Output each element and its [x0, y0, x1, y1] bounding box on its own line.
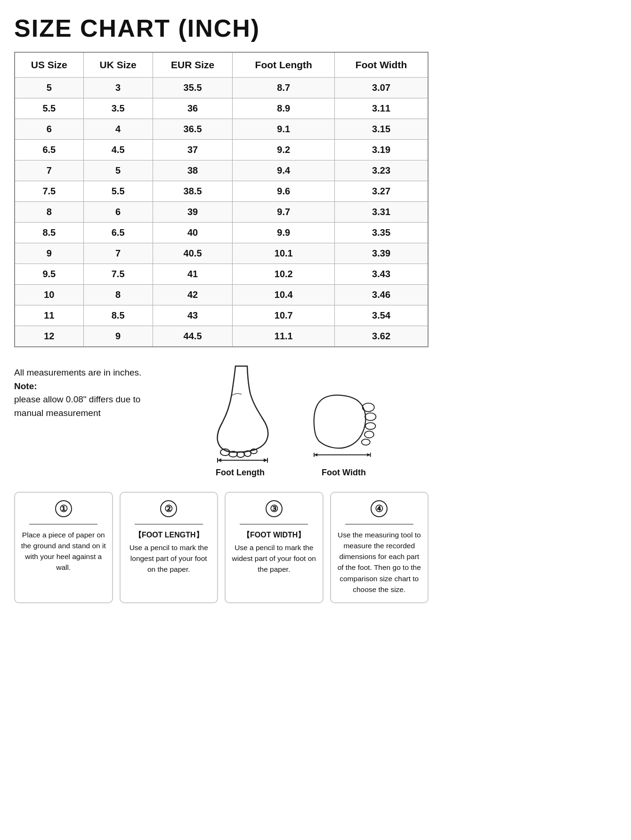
table-cell: 6	[15, 119, 83, 140]
foot-width-svg	[301, 390, 386, 465]
table-row: 86399.73.31	[15, 202, 428, 223]
step-card-3: ③【FOOT WIDTH】Use a pencil to mark the wi…	[225, 492, 324, 603]
table-header: US Size	[15, 52, 83, 78]
foot-length-svg	[193, 361, 287, 465]
table-cell: 3.27	[335, 181, 428, 202]
table-cell: 36.5	[153, 119, 233, 140]
table-cell: 40	[153, 223, 233, 243]
step-text-2: 【FOOT LENGTH】Use a pencil to mark the lo…	[126, 529, 212, 575]
table-header: UK Size	[83, 52, 153, 78]
table-cell: 38.5	[153, 181, 233, 202]
table-cell: 5	[15, 78, 83, 98]
svg-point-13	[364, 431, 374, 438]
step-card-2: ②【FOOT LENGTH】Use a pencil to mark the l…	[120, 492, 218, 603]
table-cell: 3.07	[335, 78, 428, 98]
table-cell: 4	[83, 119, 153, 140]
step-text-3: 【FOOT WIDTH】Use a pencil to mark the wid…	[231, 529, 317, 575]
table-row: 5335.58.73.07	[15, 78, 428, 98]
table-cell: 3.43	[335, 264, 428, 285]
table-header: Foot Width	[335, 52, 428, 78]
foot-length-diagram: Foot Length	[193, 361, 287, 478]
svg-point-10	[363, 403, 374, 412]
table-cell: 38	[153, 160, 233, 181]
table-row: 5.53.5368.93.11	[15, 98, 428, 119]
table-row: 7.55.538.59.63.27	[15, 181, 428, 202]
table-cell: 4.5	[83, 140, 153, 160]
table-cell: 9.1	[233, 119, 335, 140]
table-cell: 3.11	[335, 98, 428, 119]
table-row: 9.57.54110.23.43	[15, 264, 428, 285]
table-cell: 41	[153, 264, 233, 285]
table-cell: 9.4	[233, 160, 335, 181]
table-cell: 3.31	[335, 202, 428, 223]
foot-diagrams: Foot Length Foot Width	[151, 361, 429, 478]
step-divider-1	[29, 524, 97, 525]
svg-point-14	[362, 439, 370, 445]
step-card-4: ④Use the measuring tool to measure the r…	[330, 492, 429, 603]
table-row: 1084210.43.46	[15, 285, 428, 305]
table-cell: 8	[15, 202, 83, 223]
measurement-section: All measurements are in inches. Note: pl…	[14, 361, 429, 478]
table-row: 75389.43.23	[15, 160, 428, 181]
table-row: 118.54310.73.54	[15, 305, 428, 326]
page-title: SIZE CHART (INCH)	[14, 14, 429, 42]
table-cell: 8.9	[233, 98, 335, 119]
table-cell: 9.7	[233, 202, 335, 223]
step-number-3: ③	[266, 500, 283, 517]
table-cell: 3.15	[335, 119, 428, 140]
table-cell: 6	[83, 202, 153, 223]
table-cell: 3	[83, 78, 153, 98]
step-number-4: ④	[371, 500, 388, 517]
table-cell: 10.1	[233, 243, 335, 264]
table-cell: 8.5	[15, 223, 83, 243]
step-divider-3	[240, 524, 308, 525]
table-header: EUR Size	[153, 52, 233, 78]
measurement-note: All measurements are in inches. Note: pl…	[14, 361, 146, 420]
table-cell: 12	[15, 326, 83, 347]
table-cell: 7.5	[83, 264, 153, 285]
table-cell: 36	[153, 98, 233, 119]
table-cell: 3.46	[335, 285, 428, 305]
table-cell: 9.9	[233, 223, 335, 243]
table-cell: 40.5	[153, 243, 233, 264]
table-cell: 42	[153, 285, 233, 305]
step-number-2: ②	[160, 500, 177, 517]
table-cell: 9.6	[233, 181, 335, 202]
table-cell: 37	[153, 140, 233, 160]
table-cell: 6.5	[83, 223, 153, 243]
table-cell: 3.5	[83, 98, 153, 119]
table-cell: 10.7	[233, 305, 335, 326]
table-cell: 3.54	[335, 305, 428, 326]
table-cell: 3.35	[335, 223, 428, 243]
table-cell: 5.5	[83, 181, 153, 202]
table-cell: 3.39	[335, 243, 428, 264]
table-cell: 7	[83, 243, 153, 264]
svg-point-11	[365, 413, 376, 420]
svg-marker-9	[264, 458, 267, 462]
table-cell: 3.23	[335, 160, 428, 181]
table-cell: 5.5	[15, 98, 83, 119]
table-cell: 6.5	[15, 140, 83, 160]
table-cell: 9.5	[15, 264, 83, 285]
svg-point-12	[365, 423, 376, 429]
table-cell: 8.7	[233, 78, 335, 98]
table-row: 6.54.5379.23.19	[15, 140, 428, 160]
step-number-1: ①	[55, 500, 72, 517]
table-cell: 9.2	[233, 140, 335, 160]
step-text-4: Use the measuring tool to measure the re…	[337, 529, 422, 595]
table-cell: 44.5	[153, 326, 233, 347]
table-cell: 10	[15, 285, 83, 305]
step-divider-2	[135, 524, 203, 525]
table-cell: 43	[153, 305, 233, 326]
step-card-1: ①Place a piece of paper on the ground an…	[14, 492, 113, 603]
table-row: 8.56.5409.93.35	[15, 223, 428, 243]
table-cell: 11	[15, 305, 83, 326]
table-row: 12944.511.13.62	[15, 326, 428, 347]
table-cell: 7	[15, 160, 83, 181]
table-cell: 9	[83, 326, 153, 347]
svg-marker-19	[367, 453, 371, 456]
table-cell: 10.2	[233, 264, 335, 285]
table-row: 9740.510.13.39	[15, 243, 428, 264]
foot-width-diagram-label: Foot Width	[322, 468, 366, 478]
steps-section: ①Place a piece of paper on the ground an…	[14, 492, 429, 603]
